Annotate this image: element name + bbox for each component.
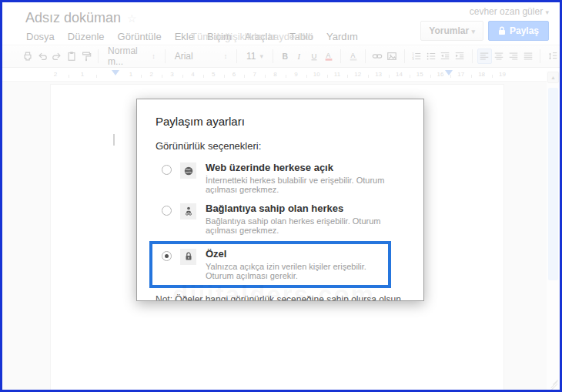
dialog-title: Paylaşım ayarları (156, 115, 405, 128)
option-label: Bağlantıya sahip olan herkes (206, 203, 405, 215)
visibility-options: Web üzerinde herkese açıkİnternetteki he… (156, 159, 405, 288)
sharing-settings-dialog: Paylaşım ayarları Görünürlük seçenekleri… (136, 99, 424, 301)
watermark: dijitalders.com (172, 280, 375, 301)
option-description: Yalnızca açıkça izin verilen kişiler eri… (206, 262, 388, 280)
globe-icon (180, 162, 196, 179)
option-label: Web üzerinde herkese açık (206, 162, 405, 174)
radio-private[interactable] (162, 251, 172, 261)
option-description: Bağlantıya sahip olan herkes erişebilir.… (206, 216, 405, 235)
option-text: ÖzelYalnızca açıkça izin verilen kişiler… (206, 249, 388, 280)
visibility-options-label: Görünürlük seçenekleri: (156, 140, 405, 152)
option-text: Bağlantıya sahip olan herkesBağlantıya s… (206, 203, 405, 235)
link-person-icon (180, 203, 196, 219)
screenshot-frame: Adsız doküman☆ DosyaDüzenleGörüntüleEkle… (0, 0, 562, 392)
option-text: Web üzerinde herkese açıkİnternetteki he… (206, 162, 405, 194)
radio-anyone-with-link[interactable] (162, 206, 172, 216)
lock-icon (180, 249, 196, 265)
visibility-option-anyone-with-link[interactable]: Bağlantıya sahip olan herkesBağlantıya s… (156, 200, 405, 238)
option-description: İnternetteki herkes bulabilir ve erişebi… (206, 176, 405, 194)
visibility-option-public[interactable]: Web üzerinde herkese açıkİnternetteki he… (156, 159, 405, 197)
option-label: Özel (206, 249, 388, 260)
radio-public[interactable] (162, 165, 172, 175)
